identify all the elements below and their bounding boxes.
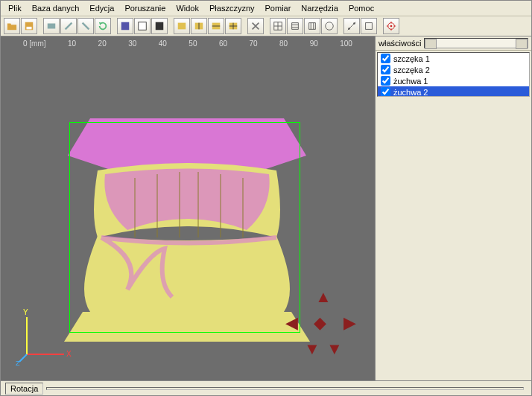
plane3-icon[interactable] <box>77 18 94 34</box>
svg-rect-2 <box>48 24 56 29</box>
svg-rect-1 <box>27 27 32 30</box>
menu-item-widok[interactable]: Widok <box>171 2 203 14</box>
status-cell-2 <box>46 387 524 390</box>
layer-checkbox[interactable] <box>381 65 390 74</box>
lower-teeth-overlay <box>101 237 276 297</box>
layer-checkbox[interactable] <box>381 76 390 86</box>
panel-scrollbar[interactable] <box>424 38 528 48</box>
plane1-icon[interactable] <box>43 18 60 34</box>
ruler-tick: 0 [mm] <box>23 39 46 48</box>
grid2-icon[interactable] <box>287 18 303 34</box>
selection-box <box>69 122 300 333</box>
layer-label: żuchwa 1 <box>393 77 428 86</box>
layer-label: żuchwa 2 <box>393 88 428 97</box>
menu-item-plaszczyzny[interactable]: Płaszczyzny <box>205 2 259 14</box>
box3-icon[interactable] <box>208 18 224 34</box>
grid4-icon[interactable] <box>321 18 338 34</box>
view3-icon[interactable] <box>151 18 168 34</box>
menu-item-baza-danych[interactable]: Baza danych <box>28 2 84 14</box>
layer-checkbox[interactable] <box>381 54 390 63</box>
toolbar <box>1 16 531 36</box>
panel-header-label: właściwości <box>379 39 421 48</box>
layer-item-zuchwa-2[interactable]: żuchwa 2 <box>378 86 529 97</box>
plane2-icon[interactable] <box>60 18 77 34</box>
arrow-center-icon[interactable]: ◆ <box>314 313 326 333</box>
svg-text:Z: Z <box>16 360 20 365</box>
rotate-icon[interactable] <box>95 18 111 34</box>
panel-body <box>377 98 530 379</box>
menu-item-poruszanie[interactable]: Poruszanie <box>120 2 170 14</box>
lower-teeth <box>84 236 290 312</box>
menu-item-pomiar[interactable]: Pomiar <box>261 2 296 14</box>
measure1-icon[interactable] <box>343 18 360 34</box>
nav-arrows: ▲ ◀ ◆ ▶ ▼ ▼ <box>285 287 360 362</box>
layer-label: szczęka 1 <box>393 54 430 63</box>
upper-base <box>68 118 306 170</box>
layer-item-szczeka-2[interactable]: szczęka 2 <box>378 64 529 75</box>
svg-rect-4 <box>139 22 147 31</box>
view2-icon[interactable] <box>134 18 151 34</box>
statusbar: Rotacja <box>1 380 531 395</box>
viewport-3d[interactable]: 0 [mm] 10 20 30 40 50 60 70 80 90 100 <box>1 36 375 380</box>
measure2-icon[interactable] <box>361 18 377 34</box>
save-icon[interactable] <box>21 18 37 34</box>
open-icon[interactable] <box>4 18 20 34</box>
menu-item-narzedzia[interactable]: Narzędzia <box>297 2 343 14</box>
svg-text:Y: Y <box>23 308 28 316</box>
layer-item-zuchwa-1[interactable]: żuchwa 1 <box>378 75 529 86</box>
upper-teeth-overlay <box>104 169 269 231</box>
grid1-icon[interactable] <box>270 18 286 34</box>
layer-item-szczeka-1[interactable]: szczęka 1 <box>378 53 529 64</box>
ruler-tick: 80 <box>279 39 288 48</box>
svg-rect-6 <box>178 23 186 30</box>
ruler: 0 [mm] 10 20 30 40 50 60 70 80 90 100 <box>1 39 375 48</box>
side-panel: właściwości szczęka 1 szczęka 2 żuchwa 1 <box>375 36 531 380</box>
ruler-tick: 70 <box>249 39 257 48</box>
svg-point-15 <box>348 28 350 30</box>
status-mode: Rotacja <box>5 383 43 395</box>
svg-point-16 <box>353 22 355 25</box>
layer-checkbox[interactable] <box>381 87 390 97</box>
ruler-tick: 60 <box>219 39 227 48</box>
menu-item-edycja[interactable]: Edycja <box>85 2 118 14</box>
dental-model <box>53 103 321 342</box>
ruler-tick: 10 <box>68 39 76 48</box>
box1-icon[interactable] <box>174 18 190 34</box>
ruler-tick: 90 <box>310 39 318 48</box>
arrow-right-icon[interactable]: ▶ <box>343 313 356 333</box>
menubar: Plik Baza danych Edycja Poruszanie Widok… <box>1 1 531 16</box>
panel-header: właściwości <box>376 36 531 51</box>
arrow-up-icon[interactable]: ▲ <box>315 287 332 307</box>
axis-gizmo: X Y Z <box>16 306 75 365</box>
upper-teeth <box>94 163 280 237</box>
ruler-tick: 30 <box>128 39 136 48</box>
svg-point-19 <box>390 25 393 28</box>
ruler-tick: 100 <box>340 39 352 48</box>
ruler-tick: 40 <box>159 39 167 48</box>
teeth-lines <box>135 172 243 237</box>
menu-item-plik[interactable]: Plik <box>4 2 26 14</box>
svg-rect-17 <box>366 23 373 30</box>
svg-text:X: X <box>66 350 72 358</box>
ruler-tick: 20 <box>98 39 107 48</box>
grid3-icon[interactable] <box>304 18 320 34</box>
box4-icon[interactable] <box>225 18 241 34</box>
view1-icon[interactable] <box>117 18 133 34</box>
ruler-tick: 50 <box>189 39 197 48</box>
arrow-downleft-icon[interactable]: ▼ <box>304 339 320 359</box>
arrow-downright-icon[interactable]: ▼ <box>326 339 343 359</box>
layer-label: szczęka 2 <box>393 66 430 74</box>
content: 0 [mm] 10 20 30 40 50 60 70 80 90 100 <box>1 36 531 380</box>
tool1-icon[interactable] <box>247 18 264 34</box>
svg-rect-5 <box>156 22 164 31</box>
arrow-left-icon[interactable]: ◀ <box>285 313 298 333</box>
svg-line-30 <box>19 354 27 362</box>
svg-rect-3 <box>121 22 130 31</box>
lower-base <box>64 312 310 342</box>
box2-icon[interactable] <box>191 18 207 34</box>
menu-item-pomoc[interactable]: Pomoc <box>344 2 379 14</box>
layer-list: szczęka 1 szczęka 2 żuchwa 1 żuchwa 2 <box>377 52 530 97</box>
target-icon[interactable] <box>383 18 399 34</box>
